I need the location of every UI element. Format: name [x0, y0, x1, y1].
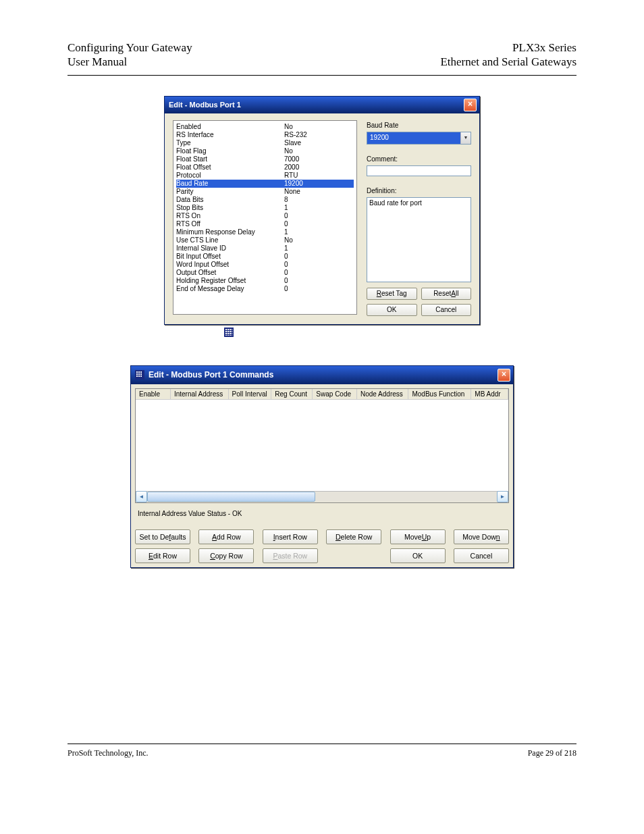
paste-row-button: Paste Row	[263, 548, 318, 563]
parameter-value: 1	[284, 244, 288, 253]
ok-button[interactable]: OK	[367, 304, 417, 316]
parameter-name: Word Input Offset	[176, 261, 284, 269]
svg-rect-33	[232, 335, 232, 336]
close-icon[interactable]: ×	[464, 99, 477, 111]
footer-right: Page 29 of 218	[528, 748, 576, 758]
svg-rect-18	[225, 329, 227, 330]
add-row-button[interactable]: Add Row	[198, 529, 254, 544]
parameter-name: End of Message Delay	[176, 285, 284, 293]
parameter-row[interactable]: EnabledNo	[176, 123, 354, 131]
svg-rect-25	[232, 331, 232, 332]
ok-button[interactable]: OK	[390, 548, 446, 563]
header-right-line1: PLX3x Series	[440, 41, 576, 55]
parameter-value: 8	[284, 196, 288, 204]
parameter-name: Enabled	[176, 123, 284, 131]
column-header[interactable]: Enable	[136, 389, 171, 399]
column-header[interactable]: Poll Interval	[229, 389, 272, 399]
commands-table[interactable]: EnableInternal AddressPoll IntervalReg C…	[135, 388, 509, 503]
svg-rect-32	[230, 335, 231, 336]
horizontal-scrollbar[interactable]: ◄ ►	[136, 491, 508, 502]
svg-rect-35	[136, 371, 138, 373]
parameter-list[interactable]: EnabledNoRS InterfaceRS-232TypeSlaveFloa…	[173, 120, 357, 315]
parameter-name: RTS On	[176, 212, 284, 220]
delete-row-button[interactable]: Delete Row	[326, 529, 381, 544]
column-header[interactable]: Internal Address	[171, 389, 229, 399]
parameter-name: Stop Bits	[176, 204, 284, 212]
reset-tag-button[interactable]: Reset Tag	[367, 288, 417, 300]
svg-rect-19	[227, 329, 229, 330]
svg-rect-20	[230, 329, 231, 330]
definition-text: Baud rate for port	[367, 197, 471, 282]
svg-rect-28	[230, 333, 231, 334]
edit-row-button[interactable]: Edit Row	[135, 548, 190, 563]
svg-rect-42	[138, 375, 140, 377]
parameter-row[interactable]: Word Input Offset0	[176, 261, 354, 269]
parameter-value: No	[284, 147, 293, 155]
column-header[interactable]: MB Addr	[471, 389, 508, 399]
cancel-button[interactable]: Cancel	[454, 548, 509, 563]
svg-rect-24	[230, 331, 231, 332]
parameter-row[interactable]: Output Offset0	[176, 269, 354, 277]
parameter-row[interactable]: Holding Register Offset0	[176, 277, 354, 285]
column-header[interactable]: Reg Count	[271, 389, 313, 399]
parameter-row[interactable]: Data Bits8	[176, 196, 354, 204]
parameter-value: 0	[284, 261, 288, 269]
parameter-name: Float Flag	[176, 147, 284, 155]
svg-rect-31	[227, 335, 229, 336]
parameter-row[interactable]: Float Start7000	[176, 155, 354, 163]
copy-row-button[interactable]: Copy Row	[198, 548, 254, 563]
parameter-name: Holding Register Offset	[176, 277, 284, 285]
parameter-value: 0	[284, 277, 288, 285]
header-left-line2: User Manual	[68, 55, 192, 69]
table-headers: EnableInternal AddressPoll IntervalReg C…	[136, 389, 508, 400]
column-header[interactable]: Node Address	[357, 389, 409, 399]
parameter-row[interactable]: RTS On0	[176, 212, 354, 220]
parameter-name: Baud Rate	[176, 180, 284, 188]
parameter-name: Type	[176, 139, 284, 147]
dialog1-titlebar[interactable]: Edit - Modbus Port 1 ×	[165, 97, 479, 113]
dialog2-titlebar[interactable]: Edit - Modbus Port 1 Commands ×	[131, 366, 513, 384]
scroll-right-icon[interactable]: ►	[497, 491, 508, 502]
edit-modbus-commands-dialog: Edit - Modbus Port 1 Commands × EnableIn…	[130, 365, 514, 568]
parameter-name: Float Offset	[176, 163, 284, 172]
baud-rate-select[interactable]: 19200 ▼	[367, 132, 471, 145]
insert-row-button[interactable]: Insert Row	[263, 529, 318, 544]
comment-label: Comment:	[367, 155, 471, 163]
column-header[interactable]: Swap Code	[313, 389, 357, 399]
parameter-value: RS-232	[284, 131, 307, 139]
move-down-button[interactable]: Move Down	[454, 529, 509, 544]
svg-rect-39	[138, 373, 140, 375]
svg-rect-26	[225, 333, 227, 334]
move-up-button[interactable]: Move Up	[390, 529, 446, 544]
page-header: Configuring Your Gateway User Manual PLX…	[68, 41, 576, 76]
parameter-row[interactable]: Internal Slave ID1	[176, 244, 354, 253]
parameter-row[interactable]: Bit Input Offset0	[176, 253, 354, 261]
scroll-thumb[interactable]	[147, 492, 315, 502]
dialog1-right-pane: Baud Rate 19200 ▼ Comment: Definition: B…	[367, 120, 471, 316]
scroll-left-icon[interactable]: ◄	[136, 491, 147, 502]
parameter-row[interactable]: End of Message Delay0	[176, 285, 354, 293]
parameter-row[interactable]: Float Offset2000	[176, 163, 354, 172]
parameter-row[interactable]: RS InterfaceRS-232	[176, 131, 354, 139]
svg-rect-43	[140, 375, 142, 377]
comment-input[interactable]	[367, 165, 471, 176]
parameter-row[interactable]: Stop Bits1	[176, 204, 354, 212]
parameter-row[interactable]: ProtocolRTU	[176, 172, 354, 180]
parameter-row[interactable]: TypeSlave	[176, 139, 354, 147]
close-icon[interactable]: ×	[498, 369, 510, 382]
parameter-row[interactable]: Minimum Response Delay1	[176, 228, 354, 236]
reset-all-button[interactable]: Reset All	[421, 288, 472, 300]
set-to-defaults-button[interactable]: Set to Defaults	[135, 529, 190, 544]
parameter-row[interactable]: RTS Off0	[176, 220, 354, 228]
cancel-button[interactable]: Cancel	[421, 304, 472, 316]
parameter-row[interactable]: Use CTS LineNo	[176, 236, 354, 244]
scroll-track[interactable]	[147, 492, 497, 502]
header-left-line1: Configuring Your Gateway	[68, 41, 192, 55]
parameter-row[interactable]: ParityNone	[176, 188, 354, 196]
svg-rect-27	[227, 333, 229, 334]
column-header[interactable]: ModBus Function	[408, 389, 471, 399]
parameter-value: 1	[284, 204, 288, 212]
parameter-row[interactable]: Baud Rate19200	[176, 180, 354, 188]
chevron-down-icon[interactable]: ▼	[460, 132, 471, 144]
parameter-row[interactable]: Float FlagNo	[176, 147, 354, 155]
